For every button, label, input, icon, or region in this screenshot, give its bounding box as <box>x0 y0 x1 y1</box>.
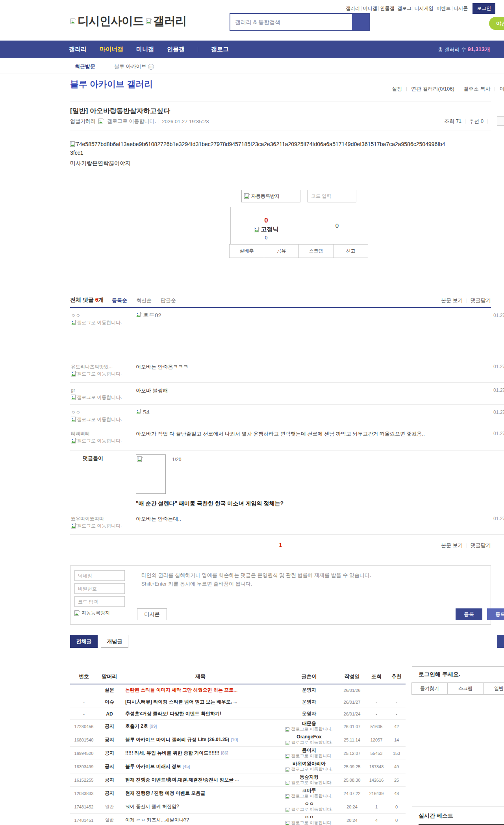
post-title-link[interactable]: 뭐야 증전시 왤케 허접임? <box>125 804 179 809</box>
post-category[interactable]: 공지 <box>98 790 121 797</box>
comment-textarea-hint[interactable]: 타인의 권리를 침해하거나 명예를 훼손하는 댓글은 운영원칙 및 관련 법률에… <box>141 571 371 588</box>
topbar-link[interactable]: 인물갤 <box>380 6 394 11</box>
comment-shortcut-icon[interactable] <box>497 116 504 126</box>
downvote-count[interactable]: 0 <box>321 222 353 229</box>
post-title-link[interactable]: 이게 ㄹㅇ 카즈사...채널이냐?? <box>125 817 189 823</box>
post-category[interactable]: AD <box>98 711 121 717</box>
gallog-link[interactable]: 갤로그로 이동합니다. <box>280 807 339 812</box>
post-title-link[interactable]: 호출기 2호 <box>125 723 148 729</box>
gallog-link[interactable]: 갤로그로 이동합니다. <box>71 437 129 444</box>
gallog-link[interactable]: 갤로그로 이동합니다. <box>280 820 339 825</box>
gallog-link[interactable]: 갤로그로 이동합니다. <box>71 394 129 401</box>
post-author-cell[interactable]: 대문용갤로그로 이동합니다. <box>280 721 339 732</box>
captcha-input[interactable] <box>308 190 356 202</box>
topbar-link[interactable]: 갤로그 <box>397 6 411 11</box>
post-title-link[interactable]: 추성훈x거상 콜라보! 다양한 이벤트 확인하기! <box>125 711 221 716</box>
post-title-link[interactable]: 블루 아카이브 마이너 갤러리 규정 Lite (26.01.25) <box>125 737 229 742</box>
tab-all-posts[interactable]: 전체글 <box>70 635 98 648</box>
topbar-link[interactable]: 디시콘 <box>454 6 468 11</box>
site-logo[interactable]: 디시인사이드 갤러리 <box>68 13 186 29</box>
post-category[interactable]: 공지 <box>98 736 121 743</box>
gallog-link[interactable]: 갤로그로 이동합니다. <box>280 753 339 759</box>
topbar-link[interactable]: 이벤트 <box>436 6 450 11</box>
nav-item-1[interactable]: 마이너갤 <box>100 46 123 53</box>
view-post-link[interactable]: 본문 보기 <box>441 297 463 304</box>
upvote-count[interactable]: 0 <box>239 217 294 224</box>
post-category[interactable]: 공지 <box>98 763 121 770</box>
gallog-link[interactable]: 갤로그로 이동합니다. <box>71 522 129 529</box>
password-input[interactable] <box>74 583 125 594</box>
close-comments-link[interactable]: 댓글닫기 <box>471 297 491 304</box>
gallery-title[interactable]: 블루 아카이브 갤러리 <box>70 78 153 90</box>
post-author-cell[interactable]: 동숲지형갤로그로 이동합니다. <box>280 774 339 786</box>
sidebar-tab[interactable]: 스크랩 <box>447 682 484 695</box>
post-action-button[interactable]: 실베추 <box>229 244 264 258</box>
post-author-cell[interactable]: 코마루갤로그로 이동합니다. <box>280 788 339 799</box>
post-author-cell[interactable]: OrangeFox갤로그로 이동합니다. <box>280 734 339 745</box>
post-author[interactable]: 엄벌기하레 <box>70 118 96 125</box>
gallog-link[interactable]: 갤로그로 이동합니다. <box>71 370 129 377</box>
breadcrumb-current[interactable]: 블루 아카이브 m <box>114 63 154 70</box>
topbar-link[interactable]: 디시게임 <box>415 6 434 11</box>
comment-sort-0[interactable]: 등록순 <box>112 297 127 304</box>
ad-caption[interactable]: "매 순간 설렌다" 패미통 극찬한 한국 미소녀 게임의 정체는? <box>136 499 486 508</box>
comment-pagination[interactable]: 1 <box>70 542 491 548</box>
gallery-menu-link[interactable]: 설정 <box>392 85 402 93</box>
login-button[interactable]: 로그인 <box>472 3 495 14</box>
close-comments-link[interactable]: 댓글닫기 <box>471 542 491 549</box>
gallog-link[interactable]: 갤로그로 이동합니다. <box>71 319 129 326</box>
search-button[interactable] <box>352 14 369 30</box>
gallog-link[interactable]: 갤로그로 이동합니다. <box>107 118 156 125</box>
sidebar-tab[interactable]: 일반글 <box>483 682 504 695</box>
post-title-link[interactable]: 현재 진행중 / 진행 예정 이벤트 모음글 <box>125 790 205 796</box>
post-category[interactable]: 설문 <box>98 687 121 693</box>
nav-item-2[interactable]: 미니갤 <box>136 46 154 53</box>
gallery-menu-link[interactable]: 연관 갤러리(0/106) <box>411 85 454 93</box>
post-category[interactable]: 공지 <box>98 777 121 783</box>
post-action-button[interactable]: 신고 <box>333 244 368 258</box>
post-action-button[interactable]: 스크랩 <box>298 244 334 258</box>
nav-item-3[interactable]: 인물갤 <box>167 46 185 53</box>
ad-image[interactable] <box>136 454 166 494</box>
comment-sort-2[interactable]: 답글순 <box>161 297 176 304</box>
post-author-cell[interactable]: ㅇㅇ갤로그로 이동합니다. <box>280 801 339 812</box>
recent-visit-label[interactable]: 최근방문 <box>75 63 95 70</box>
post-category[interactable]: 일반 <box>98 817 121 823</box>
gallery-menu-link[interactable]: 이용안내 <box>499 85 504 93</box>
post-category[interactable]: 공지 <box>98 750 121 756</box>
comment-submit-button[interactable]: 등록 <box>456 608 482 620</box>
post-category[interactable]: 이슈 <box>98 699 121 705</box>
post-title-link[interactable]: 논란된 스타들 이미지 세탁 그만 해줬으면 하는 프로... <box>125 687 237 693</box>
nickname-input[interactable] <box>74 570 125 581</box>
gallog-link[interactable]: 갤로그로 이동합니다. <box>280 793 339 799</box>
gallog-link[interactable]: 갤로그로 이동합니다. <box>280 727 339 732</box>
search-input[interactable] <box>230 14 352 30</box>
gallog-link[interactable]: 갤로그로 이동합니다. <box>280 740 339 745</box>
topbar-link[interactable]: 미니갤 <box>363 6 377 11</box>
gallog-link[interactable]: 갤로그로 이동합니다. <box>280 767 339 772</box>
night-mode-button[interactable]: 야간 모드 <box>489 17 504 30</box>
nav-item-0[interactable]: 갤러리 <box>69 46 87 53</box>
comment-submit-button-cut[interactable]: 등록 <box>487 608 504 620</box>
post-title-link[interactable]: 현재 진행중 이벤트/총력,대결,제결전/증전시 정보글 ... <box>125 777 239 782</box>
post-action-button[interactable]: 공유 <box>264 244 299 258</box>
post-category[interactable]: 공지 <box>98 723 121 730</box>
dccon-button[interactable]: 디시콘 <box>137 608 167 620</box>
nav-item-4[interactable]: 갤로그 <box>211 46 229 53</box>
write-button-cut[interactable] <box>497 635 504 648</box>
post-author-cell[interactable]: ㅇㅇ갤로그로 이동합니다. <box>280 814 339 825</box>
post-author-cell[interactable]: 바위여왕아리아갤로그로 이동합니다. <box>280 761 339 772</box>
post-title-link[interactable]: 블루 아카이브 미래시 정보 <box>125 764 181 769</box>
view-post-link[interactable]: 본문 보기 <box>441 542 463 549</box>
gallog-link[interactable]: 갤로그로 이동합니다. <box>280 780 339 786</box>
topbar-link[interactable]: 갤러리 <box>346 6 360 11</box>
post-title-link[interactable]: !!!!! 리세, 유입 뉴비를 위한 종합 가이드!!!!!!! <box>125 750 219 756</box>
comment-code-input[interactable] <box>74 596 125 607</box>
post-author-cell[interactable]: 몸이지갤로그로 이동합니다. <box>280 747 339 759</box>
comment-sort-1[interactable]: 최신순 <box>136 297 152 304</box>
tab-best-posts[interactable]: 개념글 <box>101 635 128 648</box>
post-category[interactable]: 일반 <box>98 804 121 810</box>
gallog-link[interactable]: 갤로그로 이동합니다. <box>71 416 129 423</box>
sidebar-tab[interactable]: 즐겨찾기 <box>411 682 448 695</box>
post-title-link[interactable]: [디시人터뷰] 라이징 스타를 넘어 믿고 보는 배우로, ... <box>125 699 237 704</box>
